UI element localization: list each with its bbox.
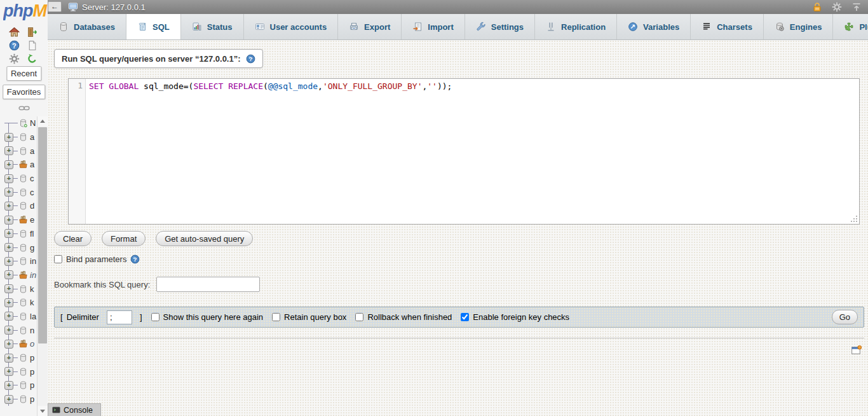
tree-item-label[interactable]: N [30,118,36,128]
expand-icon[interactable]: + [4,216,13,225]
scroll-top-icon[interactable] [851,2,862,12]
tree-item-label[interactable]: p [30,353,34,363]
expand-icon[interactable]: + [4,381,13,390]
tab-label: SQL [153,22,170,32]
tab-import[interactable]: Import [402,14,465,39]
expand-icon[interactable]: + [4,326,13,335]
tree-item-label[interactable]: c [30,174,34,183]
editor-line-number: 1 [69,79,86,224]
refresh-icon[interactable] [27,53,37,64]
enable-foreign-key-checks-checkbox[interactable] [461,313,469,321]
show-this-query-here-again-checkbox[interactable] [151,313,159,321]
link-icon[interactable] [18,104,30,113]
delimiter-input[interactable] [107,310,132,324]
editor-resize-handle[interactable] [851,216,857,222]
expand-icon[interactable]: + [4,395,13,404]
tree-item-label[interactable]: in [30,270,36,280]
navigation-sidebar: phpM ? Recent Favorites N+a+a+a+c+c+d+e+… [0,0,48,416]
tree-item-label[interactable]: k [30,284,34,294]
tree-item-label[interactable]: in [30,256,36,266]
docs-icon[interactable] [27,40,37,51]
tab-engines[interactable]: Engines [764,14,834,39]
expand-icon[interactable]: + [4,270,13,279]
help-icon[interactable]: ? [9,40,20,51]
expand-icon[interactable]: + [4,284,13,293]
sidebar-scrollbar[interactable] [37,116,48,416]
charsets-icon [702,22,712,32]
tree-item-label[interactable]: p [30,394,34,404]
tree-database-icon [18,132,28,142]
tree-item-label[interactable]: a [30,160,34,169]
tab-variables[interactable]: Variables [617,14,691,39]
tab-plugins[interactable]: Plugins [833,14,868,39]
gear-icon[interactable] [832,2,842,12]
logout-icon[interactable] [27,27,37,38]
clear-button[interactable]: Clear [54,231,92,246]
tab-replication[interactable]: Replication [535,14,617,39]
new-window-icon[interactable] [851,345,862,356]
scrollbar-thumb[interactable] [38,127,47,343]
go-button[interactable]: Go [832,310,858,324]
tree-item-label[interactable]: g [30,243,34,253]
footer-checkboxes: Show this query here againRetain query b… [151,312,579,322]
tab-sql[interactable]: SQL [126,14,181,39]
scroll-down-arrow[interactable] [37,406,48,416]
expand-icon[interactable]: + [4,257,13,266]
collapse-navigation-button[interactable]: ← [48,1,62,12]
scroll-up-arrow[interactable] [37,116,48,127]
tree-item-label[interactable]: la [30,312,36,321]
expand-icon[interactable]: + [4,188,13,197]
favorites-dropdown[interactable]: Favorites [3,85,45,99]
get-auto-saved-query-button[interactable]: Get auto-saved query [156,231,253,246]
tree-item-label[interactable]: o [30,339,34,349]
replication-icon [546,22,556,32]
sql-code-line[interactable]: SET GLOBAL sql_mode=(SELECT REPLACE(@@sq… [86,79,859,224]
bind-parameters-checkbox[interactable] [54,255,62,263]
tree-item-label[interactable]: p [30,367,34,377]
expand-icon[interactable]: + [4,202,13,211]
tree-item-label[interactable]: k [30,298,34,307]
expand-icon[interactable]: + [4,354,13,363]
bind-parameters-help-icon[interactable]: ? [130,254,140,264]
expand-icon[interactable]: + [4,367,13,376]
sql-editor[interactable]: 1 SET GLOBAL sql_mode=(SELECT REPLACE(@@… [68,78,860,225]
tab-user-accounts[interactable]: User accounts [244,14,339,39]
tree-item-label[interactable]: d [30,201,34,211]
expand-icon[interactable]: + [4,160,13,169]
tree-item-label[interactable]: e [30,215,34,225]
tree-item-label[interactable]: fl [30,229,34,239]
settings-gear-icon[interactable] [9,53,20,64]
expand-icon[interactable]: + [4,229,13,238]
rollback-when-finished-checkbox[interactable] [355,313,363,321]
expand-icon[interactable]: + [4,312,13,321]
sql-help-icon[interactable]: ? [246,54,255,64]
expand-icon[interactable]: + [4,146,13,155]
bookmark-input[interactable] [156,277,260,292]
tree-item-label[interactable]: n [30,326,34,335]
tab-databases[interactable]: Databases [48,14,126,39]
tree-item-label[interactable]: p [30,380,34,390]
export-icon [349,22,359,32]
phpmyadmin-logo[interactable]: phpM [3,1,48,21]
lock-icon[interactable] [812,2,822,12]
tree-item-label[interactable]: c [30,188,34,197]
retain-query-box-checkbox[interactable] [272,313,280,321]
recent-dropdown[interactable]: Recent [6,66,41,81]
expand-icon[interactable]: + [4,243,13,252]
tab-status[interactable]: Status [181,14,244,39]
tab-settings[interactable]: Settings [465,14,535,39]
tab-export[interactable]: Export [338,14,402,39]
option-label: Rollback when finished [367,312,452,322]
variables-icon [628,22,638,32]
expand-icon[interactable]: + [4,340,13,349]
expand-icon[interactable]: + [4,174,13,183]
tree-item-label[interactable]: a [30,146,34,156]
tree-database-icon [18,146,28,156]
format-button[interactable]: Format [102,231,146,246]
expand-icon[interactable]: + [4,298,13,307]
home-icon[interactable] [9,27,20,38]
expand-icon[interactable]: + [4,133,13,142]
tab-charsets[interactable]: Charsets [691,14,764,39]
tree-item-label[interactable]: a [30,132,34,142]
console-toggle[interactable]: Console [48,403,101,416]
